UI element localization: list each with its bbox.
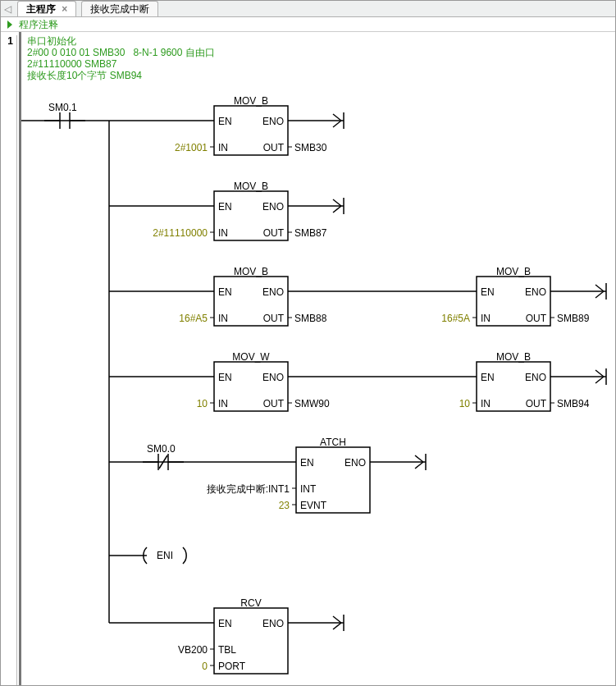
svg-text:TBL: TBL [218, 644, 236, 656]
svg-text:ENO: ENO [262, 618, 284, 629]
rung-row-4: MOV_W EN ENO IN OUT 10 SMW90 MOV_B EN EN… [109, 351, 606, 411]
svg-text:接收完成中断:INT1: 接收完成中断:INT1 [207, 483, 290, 495]
eno-terminator-icon [591, 283, 606, 300]
eni-coil[interactable]: ENI [157, 550, 173, 561]
svg-text:MOV_B: MOV_B [496, 351, 531, 363]
eno-terminator-icon [329, 112, 344, 129]
svg-text:IN: IN [481, 313, 491, 324]
svg-text:EN: EN [300, 457, 314, 469]
svg-text:SMB88: SMB88 [294, 313, 327, 324]
svg-text:MOV_W: MOV_W [232, 351, 270, 363]
svg-text:EN: EN [481, 372, 495, 383]
svg-text:IN: IN [218, 142, 228, 153]
svg-text:ENO: ENO [262, 116, 284, 127]
svg-text:0: 0 [202, 661, 208, 672]
tab-main-program[interactable]: 主程序 × [17, 1, 76, 16]
svg-text:MOV_B: MOV_B [234, 266, 268, 277]
svg-text:INT: INT [300, 483, 317, 495]
svg-text:EVNT: EVNT [300, 500, 327, 511]
tab-interrupt[interactable]: 接收完成中断 [81, 1, 158, 16]
close-icon[interactable]: × [62, 3, 67, 15]
svg-text:OUT: OUT [526, 313, 547, 324]
svg-text:IN: IN [218, 313, 228, 324]
program-comment-bar[interactable]: 程序注释 [1, 17, 615, 32]
svg-text:ENO: ENO [262, 286, 284, 298]
svg-text:OUT: OUT [263, 313, 285, 324]
svg-text:ENO: ENO [525, 286, 546, 298]
rung-row-1: SM0.1 MOV_B EN ENO IN OUT 2#1001 SMB30 [21, 95, 344, 623]
svg-text:SMW90: SMW90 [294, 398, 330, 409]
svg-text:ENO: ENO [525, 372, 546, 383]
svg-text:16#5A: 16#5A [441, 313, 470, 324]
tab-nav-left-icon[interactable]: ◁ [4, 3, 12, 15]
svg-text:EN: EN [218, 116, 232, 127]
rung-row-6: ENI [109, 547, 186, 564]
svg-text:ENO: ENO [262, 372, 284, 383]
svg-text:2#11110000: 2#11110000 [153, 227, 208, 239]
svg-text:MOV_B: MOV_B [234, 95, 268, 107]
eno-terminator-icon [329, 198, 344, 214]
svg-text:IN: IN [481, 398, 491, 409]
svg-text:ENO: ENO [262, 201, 284, 213]
program-comment-label: 程序注释 [19, 19, 58, 30]
rung-row-3: MOV_B EN ENO IN OUT 16#A5 SMB88 MOV_B EN… [109, 266, 606, 326]
svg-text:RCV: RCV [240, 597, 261, 609]
svg-text:ATCH: ATCH [320, 437, 346, 448]
svg-text:ENO: ENO [345, 457, 366, 469]
plc-editor-window: ◁ 主程序 × 接收完成中断 程序注释 1 串口初始化 2#00 0 010 0… [0, 0, 616, 686]
contact-label: SM0.1 [48, 102, 77, 113]
svg-text:23: 23 [279, 500, 290, 511]
svg-text:SMB89: SMB89 [557, 313, 590, 324]
svg-text:EN: EN [481, 286, 495, 298]
svg-text:MOV_B: MOV_B [496, 266, 531, 277]
svg-text:OUT: OUT [263, 142, 285, 153]
rung-row-5: SM0.0 ATCH EN ENO INT EVNT 接收完成中断:INT1 2… [109, 437, 426, 513]
tab-label: 主程序 [26, 3, 56, 15]
svg-text:EN: EN [218, 372, 232, 383]
svg-text:IN: IN [218, 398, 228, 409]
svg-text:OUT: OUT [263, 398, 285, 409]
svg-text:EN: EN [218, 618, 232, 629]
eno-terminator-icon [329, 615, 344, 631]
svg-text:SMB94: SMB94 [557, 398, 590, 409]
svg-text:SMB30: SMB30 [294, 142, 327, 153]
svg-text:10: 10 [197, 398, 208, 409]
svg-text:10: 10 [459, 398, 471, 409]
svg-text:OUT: OUT [526, 398, 547, 409]
svg-text:MOV_B: MOV_B [234, 181, 268, 192]
svg-text:EN: EN [218, 286, 232, 298]
rung-area: 1 串口初始化 2#00 0 010 01 SMB30 8-N-1 9600 自… [1, 32, 615, 685]
tab-bar: ◁ 主程序 × 接收完成中断 [1, 1, 615, 17]
svg-text:EN: EN [218, 201, 232, 213]
svg-text:16#A5: 16#A5 [179, 313, 208, 324]
svg-text:OUT: OUT [263, 227, 285, 239]
ladder-diagram: SM0.1 MOV_B EN ENO IN OUT 2#1001 SMB30 [1, 32, 616, 686]
svg-text:SMB87: SMB87 [294, 227, 327, 239]
svg-text:PORT: PORT [218, 661, 246, 672]
svg-text:IN: IN [218, 227, 228, 239]
contact-label: SM0.0 [147, 443, 176, 455]
eno-terminator-icon [411, 454, 426, 470]
svg-text:VB200: VB200 [178, 644, 208, 656]
eno-terminator-icon [591, 368, 606, 385]
svg-text:2#1001: 2#1001 [175, 142, 208, 153]
rung-row-2: MOV_B EN ENO IN OUT 2#11110000 SMB87 [109, 181, 344, 240]
tab-label: 接收完成中断 [90, 3, 149, 15]
rung-row-7: RCV EN ENO TBL PORT VB200 0 [109, 597, 344, 674]
